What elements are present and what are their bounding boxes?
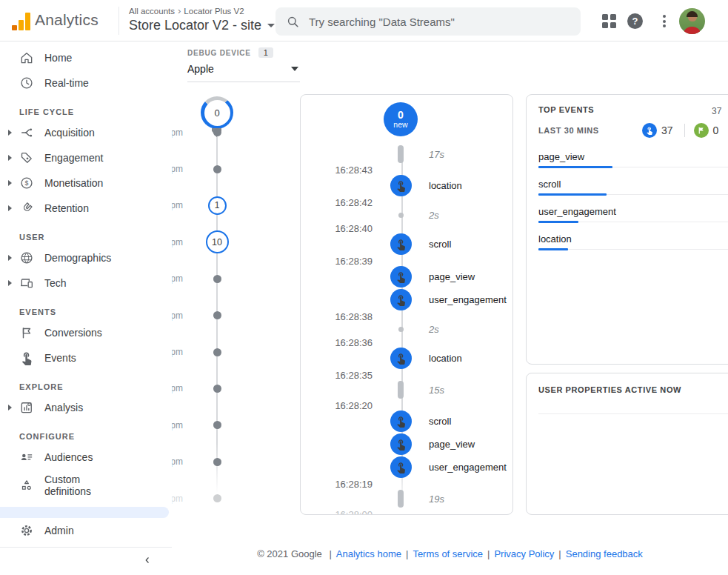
- minute-marker-box: [189, 458, 245, 466]
- stream-head-row: 0 new: [301, 102, 512, 144]
- minute-marker-box: 10: [189, 230, 245, 253]
- logo-bar-tall: [25, 13, 30, 30]
- minute-dot[interactable]: [213, 165, 221, 173]
- search-bar[interactable]: [275, 7, 581, 36]
- stream-event-row[interactable]: scroll: [301, 233, 512, 256]
- apps-grid-icon[interactable]: [602, 14, 616, 28]
- gap-duration: 19s: [423, 493, 512, 505]
- minute-row: pm: [159, 370, 245, 407]
- sidebar-item-conversions[interactable]: Conversions: [0, 320, 172, 345]
- avatar[interactable]: [679, 8, 705, 34]
- stream-gap-row: 19s: [301, 488, 512, 509]
- top-event-row[interactable]: user_engagement: [538, 206, 728, 223]
- minute-event-count[interactable]: 1: [208, 196, 227, 215]
- stream-event-row[interactable]: location: [301, 347, 512, 370]
- minute-row: pm: [159, 297, 245, 333]
- collapse-sidebar-button[interactable]: [0, 548, 172, 573]
- minute-dot[interactable]: [213, 128, 221, 136]
- sidebar-item-audiences[interactable]: Audiences: [0, 445, 172, 470]
- sidebar-item-analysis[interactable]: Analysis: [0, 395, 172, 420]
- expand-arrow-box: [0, 155, 19, 161]
- expand-arrow-icon[interactable]: [8, 205, 12, 211]
- expand-arrow-icon[interactable]: [8, 280, 12, 286]
- counter-value: 37: [661, 124, 673, 136]
- copyright: © 2021 Google: [257, 548, 322, 559]
- analytics-logo-icon[interactable]: [12, 11, 30, 30]
- minute-dot[interactable]: [213, 385, 221, 393]
- sidebar-item-demographics[interactable]: Demographics: [0, 245, 172, 270]
- stream-event-row[interactable]: location: [301, 174, 512, 197]
- footer-separator: |: [406, 548, 408, 559]
- top-event-row[interactable]: scroll: [538, 179, 728, 196]
- stream-event-row[interactable]: scroll: [301, 410, 512, 433]
- footer-link[interactable]: Privacy Policy: [494, 548, 554, 559]
- device-select[interactable]: Apple: [187, 58, 300, 82]
- expand-arrow-icon[interactable]: [8, 255, 12, 261]
- sidebar-section-label: CONFIGURE: [0, 420, 172, 445]
- stream-event-row[interactable]: page_view: [301, 433, 512, 456]
- sidebar-item-tech[interactable]: Tech: [0, 270, 172, 296]
- event-counters: 370: [642, 123, 728, 138]
- sidebar-item-home[interactable]: Home: [0, 45, 172, 70]
- gap-marker: [398, 145, 404, 163]
- logo-bar-mid: [19, 20, 24, 30]
- sidebar-item-label: Events: [44, 352, 76, 364]
- expand-arrow-icon[interactable]: [8, 180, 12, 186]
- sidebar-item-custom-definitions[interactable]: Custom definitions: [0, 470, 172, 501]
- sidebar-item-label: Admin: [44, 525, 74, 536]
- minute-row: pm: [159, 444, 245, 480]
- minute-marker-box: [189, 385, 245, 393]
- breadcrumb-account[interactable]: All accounts: [129, 7, 175, 16]
- minute-dot[interactable]: [213, 348, 221, 356]
- avatar-hair: [687, 11, 698, 17]
- expand-arrow-icon[interactable]: [8, 130, 12, 136]
- minute-dot[interactable]: [213, 311, 221, 319]
- more-menu-icon[interactable]: [659, 13, 669, 29]
- sidebar-item-label: Custom definitions: [44, 473, 116, 497]
- sidebar-item-admin[interactable]: Admin: [0, 518, 172, 543]
- breadcrumb-property[interactable]: Locator Plus V2: [184, 7, 244, 16]
- sidebar-item-engagement[interactable]: Engagement: [0, 145, 172, 170]
- expand-arrow-icon[interactable]: [8, 405, 12, 411]
- search-input[interactable]: [309, 16, 570, 28]
- sidebar-item-acquisition[interactable]: Acquisition: [0, 120, 172, 145]
- new-events-badge[interactable]: 0 new: [384, 102, 418, 136]
- touch-event-icon: [390, 433, 412, 455]
- minute-marker-box: [189, 275, 245, 283]
- minute-marker-box: [189, 165, 245, 173]
- sidebar-item-events[interactable]: Events: [0, 345, 172, 370]
- minute-dot[interactable]: [213, 458, 221, 466]
- minute-dot[interactable]: [213, 494, 221, 502]
- stream-event-row[interactable]: page_view: [301, 265, 512, 288]
- top-event-bar: [538, 193, 728, 196]
- footer: © 2021 Google |Analytics home|Terms of s…: [172, 548, 728, 559]
- minute-event-count[interactable]: 10: [206, 230, 229, 253]
- home-icon: [19, 50, 34, 65]
- minute-row: pm: [159, 480, 245, 516]
- sidebar-item-realtime[interactable]: Real-time: [0, 70, 172, 96]
- sidebar-selected-item[interactable]: [0, 507, 169, 518]
- sidebar-item-label: Retention: [44, 202, 89, 214]
- expand-arrow-icon[interactable]: [8, 155, 12, 161]
- top-event-bar: [538, 221, 728, 223]
- top-event-row[interactable]: page_view: [538, 151, 728, 168]
- sidebar-item-retention[interactable]: Retention: [0, 196, 172, 221]
- footer-link[interactable]: Sending feedback: [566, 548, 643, 559]
- sidebar-item-monetisation[interactable]: $Monetisation: [0, 170, 172, 196]
- top-event-row[interactable]: location: [538, 233, 728, 250]
- stream-event-row[interactable]: user_engagement: [301, 456, 512, 479]
- property-selector[interactable]: Store Locator V2 - site: [129, 18, 275, 33]
- help-icon[interactable]: ?: [627, 13, 643, 29]
- expand-arrow-box: [0, 280, 19, 286]
- minute-dot[interactable]: [213, 275, 221, 283]
- stream-time-row: 16:28:38: [301, 311, 512, 321]
- top-app-bar: Analytics All accounts › Locator Plus V2…: [0, 0, 728, 41]
- stream-event-row[interactable]: user_engagement: [301, 288, 512, 311]
- avatar-shirt: [683, 27, 701, 34]
- footer-link[interactable]: Analytics home: [336, 548, 401, 559]
- gap-duration: 2s: [423, 210, 512, 221]
- footer-link[interactable]: Terms of service: [413, 548, 483, 559]
- minute-dot[interactable]: [213, 421, 221, 429]
- event-stream-card: 0 new 17s16:28:43location16:28:422s16:28…: [300, 94, 513, 515]
- user-properties-card: USER PROPERTIES ACTIVE NOW: [526, 373, 728, 515]
